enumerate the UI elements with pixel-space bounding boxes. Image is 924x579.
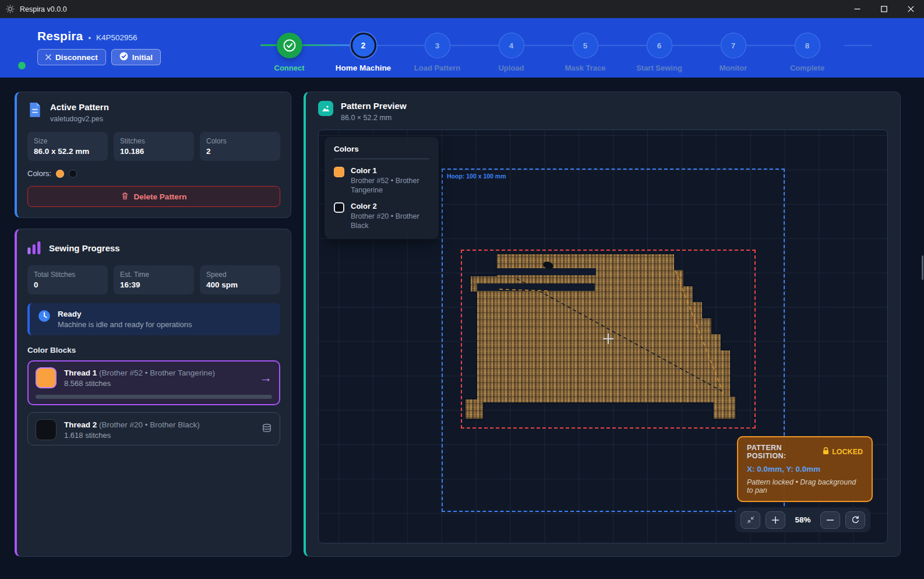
thread-color-block[interactable]: Thread 2 (Brother #20 • Brother Black) 1… — [27, 412, 280, 445]
disconnect-button[interactable]: Disconnect — [37, 49, 106, 65]
scrollbar-thumb[interactable] — [922, 255, 923, 280]
step-label: Complete — [770, 64, 844, 72]
image-icon — [318, 101, 333, 116]
step-label: Connect — [252, 64, 326, 72]
zoom-out-button[interactable] — [820, 511, 840, 529]
legend-color-name: Color 2 — [351, 202, 429, 210]
step-number: 5 — [583, 41, 588, 50]
stepper: 1 Connect 2 Home Machine 3 Load Pattern … — [252, 18, 844, 72]
thread-detail: (Brother #20 • Brother Black) — [99, 420, 200, 429]
thread-progress-bar — [36, 395, 272, 399]
step-label: Start Sewing — [622, 64, 696, 72]
initial-button[interactable]: Initial — [111, 49, 161, 65]
step-label: Upload — [474, 64, 548, 72]
app-header: Respira • K4P502956 Disconnect Initial 1… — [0, 18, 924, 78]
delete-pattern-label: Delete Pattern — [134, 192, 187, 201]
locked-label: LOCKED — [832, 448, 863, 456]
stat-box: Stitches 10.186 — [114, 132, 194, 161]
stat-value: 86.0 x 52.2 mm — [34, 147, 101, 156]
window-title: Respira v0.0.0 — [20, 5, 67, 13]
stepper-connector — [302, 44, 351, 46]
colors-legend: Colors Color 1 Brother #52 • Brother Tan… — [325, 137, 439, 239]
main-content: Active Pattern valetudogv2.pes Size 86.0… — [0, 78, 924, 579]
pattern-dimensions: 86.0 × 52.2 mm — [341, 114, 407, 122]
app-name: Respira — [37, 29, 83, 43]
zoom-level: 58% — [791, 515, 815, 524]
stepper-connector — [450, 45, 499, 46]
stepper-connector — [260, 44, 277, 46]
minimize-button[interactable] — [844, 0, 870, 18]
legend-swatch — [334, 167, 344, 177]
x-icon — [45, 53, 51, 62]
left-column: Active Pattern valetudogv2.pes Size 86.0… — [15, 92, 291, 557]
legend-swatch — [334, 202, 344, 213]
disconnect-label: Disconnect — [55, 53, 98, 62]
status-description: Machine is idle and ready for operations — [58, 320, 192, 329]
app-icon — [6, 5, 15, 13]
stat-box: Speed 400 spm — [200, 265, 280, 294]
step-label: Load Pattern — [400, 64, 474, 72]
trash-icon — [121, 192, 129, 202]
separator-dot: • — [88, 33, 91, 42]
position-hint: Pattern locked • Drag background to pan — [747, 478, 863, 494]
step-label: Mask Trace — [548, 64, 622, 72]
stat-value: 10.186 — [120, 147, 188, 156]
stat-label: Stitches — [120, 137, 188, 145]
delete-pattern-button[interactable]: Delete Pattern — [27, 186, 280, 207]
stat-value: 16:39 — [120, 280, 188, 289]
legend-color-desc: Brother #20 • Brother Black — [351, 212, 429, 230]
stepper-step[interactable]: 8 Complete — [770, 18, 844, 72]
stepper-connector — [598, 45, 647, 46]
stat-box: Total Stitches 0 — [27, 265, 108, 294]
position-coords: X: 0.0mm, Y: 0.0mm — [747, 465, 863, 473]
sewing-progress-card: Sewing Progress Total Stitches 0 Est. Ti… — [15, 229, 291, 557]
stat-box: Est. Time 16:39 — [114, 265, 194, 294]
position-title: PATTERN POSITION: — [747, 444, 823, 460]
stepper-connector — [746, 45, 795, 46]
step-number: 7 — [731, 41, 736, 50]
bar-chart-icon — [27, 239, 41, 257]
connection-status-dot — [18, 62, 26, 69]
thread-stitch-count: 1.618 stitches — [64, 431, 254, 440]
stepper-connector — [376, 45, 425, 46]
step-label: Monitor — [696, 64, 770, 72]
app-window: Respira v0.0.0 Respira • K4P502956 Disco… — [0, 0, 924, 579]
titlebar: Respira v0.0.0 — [0, 0, 924, 18]
zoom-controls: 58% — [735, 507, 870, 532]
stat-value: 400 spm — [206, 280, 274, 289]
legend-color-name: Color 1 — [351, 166, 429, 175]
pattern-position-overlay: PATTERN POSITION: LOCKED X: 0.0mm, Y: 0.… — [737, 436, 873, 502]
reset-view-button[interactable] — [845, 511, 865, 529]
legend-title: Colors — [334, 145, 429, 159]
sewing-stats: Total Stitches 0 Est. Time 16:39 Speed 4… — [27, 265, 280, 294]
preview-canvas-area[interactable]: Hoop: 100 x 100 mm Colors Color 1 Brothe… — [318, 129, 888, 543]
stat-value: 2 — [206, 147, 274, 156]
step-number: 6 — [657, 41, 662, 50]
fit-view-button[interactable] — [740, 511, 760, 529]
colors-label: Colors: — [27, 169, 51, 178]
zoom-in-button[interactable] — [766, 511, 785, 529]
layers-icon — [262, 423, 272, 436]
check-icon — [283, 38, 297, 52]
sewing-progress-title: Sewing Progress — [49, 243, 120, 253]
color-dot-1 — [56, 170, 64, 178]
step-number: 4 — [509, 41, 514, 50]
check-circle-icon — [119, 52, 128, 62]
thread-color-block[interactable]: Thread 1 (Brother #52 • Brother Tangerin… — [27, 360, 280, 405]
close-button[interactable] — [897, 0, 924, 18]
color-dot-2 — [69, 170, 77, 178]
arrow-right-icon: → — [260, 371, 272, 385]
stepper-connector — [672, 45, 721, 46]
step-label: Home Machine — [326, 64, 400, 72]
pattern-preview-title: Pattern Preview — [341, 101, 407, 111]
stat-label: Total Stitches — [34, 271, 101, 279]
stat-box: Colors 2 — [200, 132, 280, 161]
stat-value: 0 — [34, 280, 101, 289]
thread-detail: (Brother #52 • Brother Tangerine) — [99, 369, 215, 377]
stat-label: Size — [34, 137, 101, 145]
legend-item: Color 2 Brother #20 • Brother Black — [334, 202, 429, 230]
active-pattern-stats: Size 86.0 x 52.2 mm Stitches 10.186 Colo… — [27, 132, 280, 161]
status-title: Ready — [58, 310, 192, 318]
pattern-preview-panel: Pattern Preview 86.0 × 52.2 mm Hoop: 100… — [304, 92, 901, 557]
maximize-button[interactable] — [870, 0, 897, 18]
